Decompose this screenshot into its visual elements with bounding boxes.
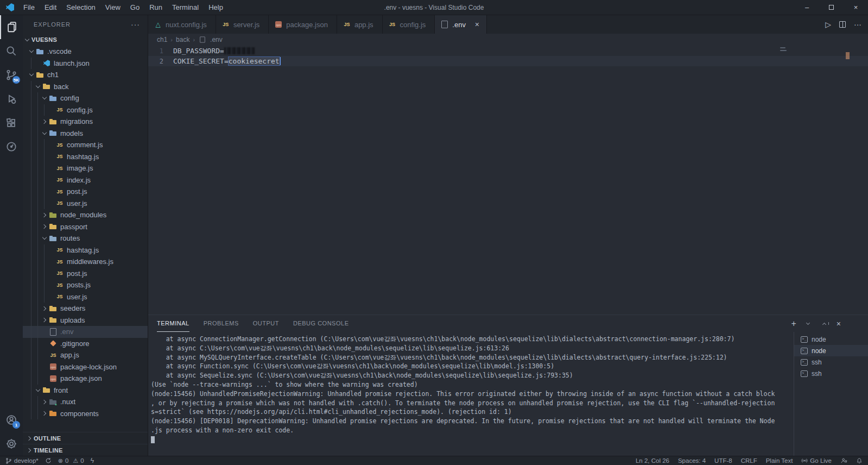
panel-tab-output[interactable]: OUTPUT bbox=[253, 315, 279, 332]
explorer-icon[interactable] bbox=[0, 15, 23, 39]
tree-item-seeders[interactable]: seeders bbox=[23, 303, 148, 315]
session-ssh[interactable]: ssh bbox=[794, 356, 868, 368]
extensions-icon[interactable] bbox=[0, 111, 23, 135]
tree-item-comment.js[interactable]: comment.js bbox=[23, 139, 148, 151]
editor-more-actions-icon[interactable]: ··· bbox=[854, 20, 861, 29]
tree-item-package.json[interactable]: package.json bbox=[23, 373, 148, 385]
tree-item-post.js[interactable]: post.js bbox=[23, 186, 148, 198]
lightning-icon[interactable]: ϟ bbox=[91, 457, 94, 464]
terminal-line: at async MySQLQueryInterface.createTable… bbox=[151, 353, 794, 362]
breadcrumb-item[interactable]: ch1 bbox=[157, 36, 167, 43]
minimize-icon[interactable]: – bbox=[795, 0, 819, 15]
maximize-icon[interactable] bbox=[819, 0, 844, 15]
tree-item-hashtag.js[interactable]: hashtag.js bbox=[23, 244, 148, 256]
code-line-2[interactable]: 2COKIE_SECRET=cookiesecret bbox=[148, 56, 868, 66]
tree-item-node_modules[interactable]: node_modules bbox=[23, 209, 148, 221]
js-icon bbox=[55, 152, 64, 161]
run-file-icon[interactable]: ▷ bbox=[825, 20, 831, 29]
tree-item-migrations[interactable]: migrations bbox=[23, 116, 148, 128]
encoding-status[interactable]: UTF-8 bbox=[714, 457, 732, 464]
breadcrumb-item[interactable]: .env bbox=[210, 36, 223, 43]
search-icon[interactable] bbox=[0, 39, 23, 63]
tab-nuxt.config.js[interactable]: nuxt.config.js bbox=[148, 15, 216, 34]
tree-item-config.js[interactable]: config.js bbox=[23, 104, 148, 116]
tree-item-.env[interactable]: .env bbox=[23, 326, 148, 338]
menu-go[interactable]: Go bbox=[125, 0, 144, 15]
tree-item-front[interactable]: front bbox=[23, 385, 148, 397]
menu-run[interactable]: Run bbox=[144, 0, 167, 15]
workspace-root[interactable]: VUESNS bbox=[23, 34, 148, 46]
maximize-panel-icon[interactable] bbox=[820, 319, 829, 328]
outline-section[interactable]: OUTLINE bbox=[23, 432, 148, 444]
breadcrumb-item[interactable]: back bbox=[176, 36, 189, 43]
tree-item-models[interactable]: models bbox=[23, 128, 148, 140]
settings-gear-icon[interactable] bbox=[0, 432, 23, 456]
tree-item-post.js[interactable]: post.js bbox=[23, 268, 148, 280]
close-panel-icon[interactable]: × bbox=[837, 319, 841, 328]
menu-view[interactable]: View bbox=[100, 0, 125, 15]
problems-status[interactable]: ⊗ 0 ⚠ 0 bbox=[58, 457, 84, 464]
tree-item-package-lock.json[interactable]: package-lock.json bbox=[23, 361, 148, 373]
tree-item-launch.json[interactable]: launch.json bbox=[23, 58, 148, 70]
source-control-icon[interactable]: 5K bbox=[0, 63, 23, 87]
git-branch-status[interactable]: develop* bbox=[5, 457, 39, 464]
eol-status[interactable]: CRLF bbox=[741, 457, 757, 464]
menu-selection[interactable]: Selection bbox=[61, 0, 100, 15]
tree-item-routes[interactable]: routes bbox=[23, 232, 148, 244]
menu-terminal[interactable]: Terminal bbox=[167, 0, 204, 15]
feedback-icon[interactable] bbox=[840, 457, 847, 464]
tree-item-components[interactable]: components bbox=[23, 408, 148, 420]
tree-item-middlewares.js[interactable]: middlewares.js bbox=[23, 256, 148, 268]
tree-item-config[interactable]: config bbox=[23, 92, 148, 104]
panel-tab-terminal[interactable]: TERMINAL bbox=[157, 315, 189, 332]
tab-package.json[interactable]: package.json bbox=[269, 15, 337, 34]
title-bar: FileEditSelectionViewGoRunTerminalHelp .… bbox=[0, 0, 868, 15]
more-actions-icon[interactable]: ··· bbox=[131, 20, 140, 29]
tree-item-app.js[interactable]: app.js bbox=[23, 349, 148, 361]
code-line-1[interactable]: 1DB_PASSWORD= bbox=[148, 46, 868, 56]
menu-help[interactable]: Help bbox=[204, 0, 228, 15]
tree-item-image.js[interactable]: image.js bbox=[23, 162, 148, 174]
tree-item-user.js[interactable]: user.js bbox=[23, 198, 148, 210]
panel-tab-problems[interactable]: PROBLEMS bbox=[204, 315, 239, 332]
indentation-status[interactable]: Spaces: 4 bbox=[678, 457, 706, 464]
activity-bar: 5K 1 bbox=[0, 15, 23, 456]
tab-app.js[interactable]: app.js bbox=[337, 15, 383, 34]
cursor-position-status[interactable]: Ln 2, Col 26 bbox=[636, 457, 669, 464]
tree-item-index.js[interactable]: index.js bbox=[23, 174, 148, 186]
tree-item-.nuxt[interactable]: ▲.nuxt bbox=[23, 396, 148, 408]
close-icon[interactable]: × bbox=[844, 0, 868, 15]
session-node[interactable]: node bbox=[794, 345, 868, 356]
code-editor[interactable]: 1DB_PASSWORD=2COKIE_SECRET=cookiesecret bbox=[148, 46, 868, 315]
session-ssh[interactable]: ssh bbox=[794, 368, 868, 379]
tab-server.js[interactable]: server.js bbox=[216, 15, 269, 34]
gitlens-icon[interactable] bbox=[0, 135, 23, 159]
tab-config.js[interactable]: config.js bbox=[383, 15, 435, 34]
tree-item-.gitignore[interactable]: .gitignore bbox=[23, 338, 148, 350]
language-mode-status[interactable]: Plain Text bbox=[766, 457, 793, 464]
run-debug-icon[interactable] bbox=[0, 87, 23, 111]
tree-item-uploads[interactable]: uploads bbox=[23, 315, 148, 326]
session-node[interactable]: node bbox=[794, 334, 868, 345]
terminal-dropdown-icon[interactable] bbox=[804, 319, 813, 328]
tree-item-back[interactable]: back bbox=[23, 81, 148, 93]
panel-tab-debug-console[interactable]: DEBUG CONSOLE bbox=[293, 315, 349, 332]
tree-item-.vscode[interactable]: .vscode bbox=[23, 46, 148, 58]
tree-item-hashtag.js[interactable]: hashtag.js bbox=[23, 151, 148, 163]
tree-item-ch1[interactable]: ch1 bbox=[23, 69, 148, 81]
close-tab-icon[interactable]: × bbox=[473, 20, 481, 29]
tab-.env[interactable]: .env× bbox=[435, 15, 487, 34]
go-live-button[interactable]: Go Live bbox=[801, 457, 832, 464]
split-editor-icon[interactable] bbox=[839, 21, 846, 28]
menu-edit[interactable]: Edit bbox=[40, 0, 61, 15]
tree-item-passport[interactable]: passport bbox=[23, 221, 148, 233]
terminal-output[interactable]: at async ConnectionManager.getConnection… bbox=[148, 332, 794, 456]
bell-icon[interactable] bbox=[856, 457, 863, 464]
tree-item-user.js[interactable]: user.js bbox=[23, 291, 148, 303]
timeline-section[interactable]: TIMELINE bbox=[23, 444, 148, 456]
tree-item-posts.js[interactable]: posts.js bbox=[23, 279, 148, 291]
accounts-icon[interactable]: 1 bbox=[0, 408, 23, 432]
sync-status[interactable] bbox=[45, 457, 52, 464]
new-terminal-icon[interactable]: + bbox=[791, 319, 796, 329]
menu-file[interactable]: File bbox=[18, 0, 40, 15]
